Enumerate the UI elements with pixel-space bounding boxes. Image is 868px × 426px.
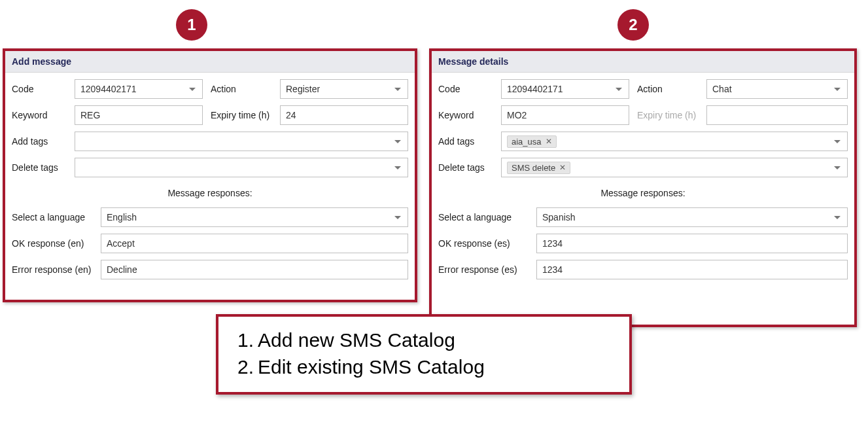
- tag-chip-delete-text: SMS delete: [512, 163, 555, 173]
- ok-response-input-r[interactable]: 1234: [536, 234, 848, 253]
- caption-text-2: Edit existing SMS Catalog: [258, 354, 485, 381]
- expiry-label: Expiry time (h): [211, 110, 280, 120]
- code-label: Code: [12, 84, 75, 94]
- code-value-r: 12094402171: [507, 84, 563, 94]
- action-value: Register: [286, 84, 320, 94]
- delete-tags-input-r[interactable]: SMS delete ✕: [501, 158, 848, 177]
- add-tags-label: Add tags: [12, 136, 75, 147]
- delete-tags-label: Delete tags: [12, 162, 75, 173]
- panel-message-details: Message details Code 12094402171 Action …: [429, 48, 857, 327]
- panel-body-details: Code 12094402171 Action Chat Keyword MO2…: [432, 73, 854, 285]
- error-response-input-r[interactable]: 1234: [536, 260, 848, 279]
- expiry-input[interactable]: 24: [280, 105, 408, 125]
- responses-title-r: Message responses:: [438, 188, 848, 198]
- keyword-value-r: MO2: [507, 110, 527, 120]
- code-value: 12094402171: [80, 84, 137, 94]
- ok-response-label: OK response (en): [12, 238, 101, 249]
- error-response-value-r: 1234: [542, 264, 563, 275]
- expiry-label-r: Expiry time (h): [637, 110, 706, 120]
- keyword-input-r[interactable]: MO2: [501, 105, 629, 125]
- keyword-input[interactable]: REG: [75, 105, 203, 125]
- panel-header-add: Add message: [5, 51, 415, 73]
- tag-chip-add[interactable]: aia_usa ✕: [507, 135, 557, 148]
- code-dropdown[interactable]: 12094402171: [75, 79, 203, 99]
- add-tags-input[interactable]: [75, 132, 408, 151]
- language-label-r: Select a language: [438, 212, 536, 222]
- caption-number-1: 1.: [232, 327, 254, 354]
- error-response-value: Decline: [107, 264, 137, 275]
- badge-1: 1: [176, 9, 207, 41]
- code-label-r: Code: [438, 84, 501, 94]
- action-label: Action: [211, 84, 280, 94]
- keyword-label: Keyword: [12, 110, 75, 120]
- ok-response-label-r: OK response (es): [438, 238, 536, 249]
- language-dropdown-r[interactable]: Spanish: [536, 207, 848, 227]
- keyword-label-r: Keyword: [438, 110, 501, 120]
- error-response-label: Error response (en): [12, 264, 101, 275]
- delete-tags-label-r: Delete tags: [438, 162, 501, 173]
- keyword-value: REG: [80, 110, 100, 120]
- add-tags-input-r[interactable]: aia_usa ✕: [501, 132, 848, 151]
- panel-add-message: Add message Code 12094402171 Action Regi…: [3, 48, 417, 302]
- panel-header-details: Message details: [432, 51, 854, 73]
- tag-chip-delete[interactable]: SMS delete ✕: [507, 162, 570, 174]
- caption-box: 1. Add new SMS Catalog 2. Edit existing …: [216, 314, 632, 395]
- caption-text-1: Add new SMS Catalog: [258, 327, 455, 354]
- action-dropdown[interactable]: Register: [280, 79, 408, 99]
- error-response-label-r: Error response (es): [438, 264, 536, 275]
- add-tags-label-r: Add tags: [438, 136, 501, 147]
- caption-number-2: 2.: [232, 354, 254, 381]
- language-value: English: [107, 212, 137, 222]
- responses-title: Message responses:: [12, 188, 408, 198]
- delete-tags-input[interactable]: [75, 158, 408, 177]
- tag-chip-add-text: aia_usa: [512, 137, 542, 147]
- badge-2: 2: [617, 9, 649, 41]
- ok-response-input[interactable]: Accept: [101, 234, 408, 253]
- ok-response-value: Accept: [107, 238, 135, 249]
- expiry-input-r[interactable]: [706, 105, 848, 125]
- error-response-input[interactable]: Decline: [101, 260, 408, 279]
- stage: 1 2 Add message Code 12094402171 Action …: [0, 0, 868, 426]
- action-dropdown-r[interactable]: Chat: [706, 79, 848, 99]
- panel-body-add: Code 12094402171 Action Register Keyword…: [5, 73, 415, 285]
- language-label: Select a language: [12, 212, 101, 222]
- language-value-r: Spanish: [542, 212, 576, 222]
- expiry-value: 24: [286, 110, 296, 120]
- code-dropdown-r[interactable]: 12094402171: [501, 79, 629, 99]
- tag-chip-add-remove-icon[interactable]: ✕: [546, 137, 552, 146]
- action-value-r: Chat: [712, 84, 732, 94]
- language-dropdown[interactable]: English: [101, 207, 408, 227]
- ok-response-value-r: 1234: [542, 238, 563, 249]
- action-label-r: Action: [637, 84, 706, 94]
- tag-chip-delete-remove-icon[interactable]: ✕: [559, 163, 566, 172]
